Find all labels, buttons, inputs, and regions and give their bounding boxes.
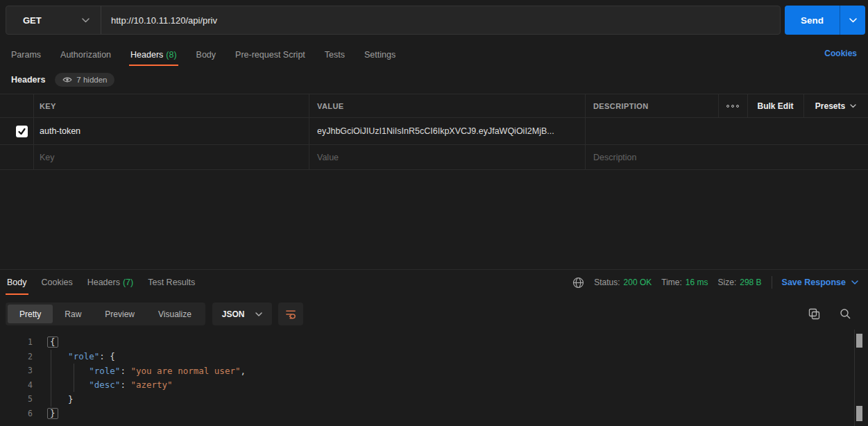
response-view-toolbar: Pretty Raw Preview Visualize JSON [6, 303, 303, 325]
response-action-icons [808, 303, 851, 325]
ellipsis-icon [726, 105, 739, 108]
chevron-down-icon [849, 18, 857, 23]
response-headers-count-badge: (7) [123, 278, 133, 287]
line-number: 5 [0, 394, 33, 404]
headers-table-head: KEY VALUE DESCRIPTION Bulk Edit Presets [0, 94, 868, 118]
bulk-edit-button[interactable]: Bulk Edit [747, 94, 803, 117]
copy-button[interactable] [808, 308, 820, 320]
header-row-auth-token: auth-token eyJhbGciOiJIUzI1NiIsInR5cCI6I… [0, 118, 868, 145]
request-url-bar: GET [6, 6, 781, 35]
line-number: 3 [0, 366, 33, 375]
column-description: DESCRIPTION [593, 94, 649, 117]
headers-section-header: Headers 7 hidden [11, 71, 114, 88]
format-selected-label: JSON [222, 309, 245, 319]
column-value: VALUE [317, 94, 343, 117]
code-line: 1{ [0, 335, 854, 350]
save-response-label: Save Response [782, 278, 846, 287]
row-checkbox[interactable] [16, 126, 28, 137]
chevron-down-icon [851, 280, 858, 284]
tab-response-body[interactable]: Body [7, 270, 27, 295]
bulk-edit-label: Bulk Edit [757, 101, 793, 111]
tab-label: Test Results [148, 278, 195, 287]
presets-dropdown[interactable]: Presets [803, 94, 868, 117]
code-line: 4 "desc": "azerty" [0, 378, 854, 393]
indent-guide [51, 350, 51, 407]
new-description-input[interactable]: Description [593, 145, 637, 169]
tab-label: Body [196, 50, 216, 60]
time-indicator: Time: 16 ms [661, 278, 708, 287]
more-options-button[interactable] [718, 94, 747, 117]
line-number: 2 [0, 352, 33, 361]
view-mode-preview[interactable]: Preview [93, 305, 146, 323]
line-number: 6 [0, 409, 33, 418]
method-selector[interactable]: GET [6, 6, 101, 34]
hidden-headers-toggle[interactable]: 7 hidden [55, 73, 114, 87]
status-indicator: Status: 200 OK [594, 278, 652, 287]
header-description-cell[interactable] [593, 118, 857, 144]
save-response-button[interactable]: Save Response [782, 278, 858, 287]
tab-body[interactable]: Body [196, 43, 216, 66]
rest-client-window: GET Send Params Authorization Headers (8… [0, 0, 868, 426]
header-key-cell[interactable]: auth-token [40, 118, 306, 144]
tab-label: Headers [87, 278, 120, 287]
new-value-input[interactable]: Value [317, 145, 339, 169]
new-key-input[interactable]: Key [40, 145, 55, 169]
tab-response-cookies[interactable]: Cookies [42, 270, 73, 295]
size-label: Size: [718, 278, 737, 287]
eye-icon [62, 76, 72, 83]
copy-icon [808, 308, 820, 320]
chevron-down-icon [850, 104, 856, 108]
tab-test-results[interactable]: Test Results [148, 270, 195, 295]
check-icon [17, 127, 26, 136]
indent-guide [74, 364, 74, 392]
request-tabs: Params Authorization Headers (8) Body Pr… [0, 43, 868, 66]
line-number: 4 [0, 380, 33, 390]
time-value: 16 ms [686, 278, 708, 287]
search-icon [840, 308, 851, 320]
tab-params[interactable]: Params [11, 43, 41, 66]
send-options-button[interactable] [840, 6, 865, 35]
format-dropdown[interactable]: JSON [212, 303, 272, 325]
size-indicator: Size: 298 B [718, 278, 762, 287]
tab-tests[interactable]: Tests [325, 43, 345, 66]
scrollbar-thumb[interactable] [856, 334, 862, 348]
view-mode-visualize[interactable]: Visualize [146, 305, 203, 323]
tab-label: Body [7, 278, 27, 287]
code-line: 3 "role": "you are normal user", [0, 364, 854, 378]
tab-settings[interactable]: Settings [364, 43, 395, 66]
response-tabs: Body Cookies Headers (7) Test Results [7, 270, 195, 295]
send-button-group: Send [785, 6, 865, 35]
chevron-down-icon [82, 18, 90, 23]
send-button[interactable]: Send [785, 6, 840, 35]
url-input[interactable] [101, 6, 780, 34]
tab-label: Params [11, 50, 41, 60]
view-mode-raw[interactable]: Raw [53, 305, 93, 323]
wrap-text-icon [284, 308, 297, 320]
cookies-link[interactable]: Cookies [824, 49, 857, 58]
wrap-text-button[interactable] [278, 303, 303, 325]
time-label: Time: [661, 278, 682, 287]
scrollbar-thumb[interactable] [856, 406, 862, 421]
tab-label: Settings [364, 50, 395, 60]
size-value: 298 B [740, 278, 761, 287]
tab-label: Cookies [42, 278, 73, 287]
tab-response-headers[interactable]: Headers (7) [87, 270, 134, 295]
view-mode-pretty[interactable]: Pretty [8, 305, 53, 323]
tab-label: Tests [325, 50, 345, 60]
hidden-count-label: 7 hidden [76, 76, 107, 84]
network-info-icon[interactable] [572, 277, 584, 289]
new-header-row: Key Value Description [0, 145, 868, 170]
header-value-cell[interactable]: eyJhbGciOiJIUzI1NiIsInR5cCI6IkpXVCJ9.eyJ… [317, 118, 585, 144]
column-key: KEY [40, 94, 56, 117]
tab-authorization[interactable]: Authorization [60, 43, 111, 66]
code-line: 5 } [0, 392, 854, 407]
tab-headers[interactable]: Headers (8) [130, 43, 177, 66]
status-value: 200 OK [624, 278, 652, 287]
search-button[interactable] [840, 308, 851, 320]
tab-pre-request-script[interactable]: Pre-request Script [235, 43, 305, 66]
status-label: Status: [594, 278, 620, 287]
response-meta-bar: Status: 200 OK Time: 16 ms Size: 298 B S… [572, 270, 858, 295]
line-number: 1 [0, 337, 33, 347]
tab-label: Pre-request Script [235, 50, 305, 60]
divider [772, 276, 772, 289]
